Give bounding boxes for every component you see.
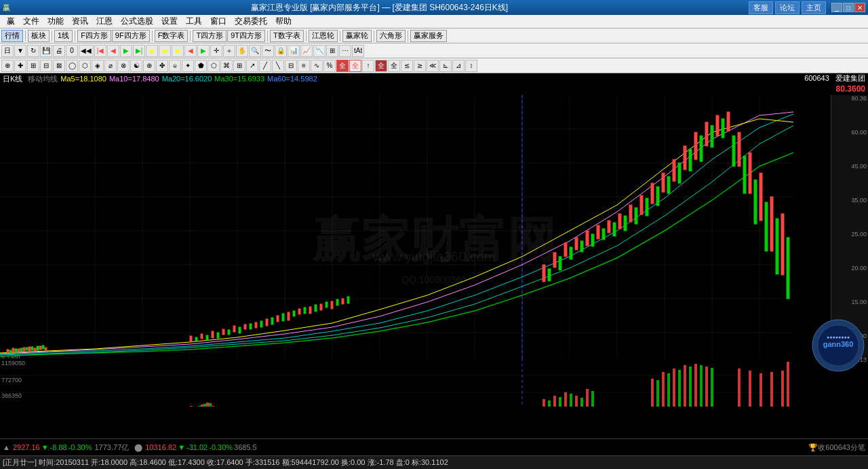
- btn-t3-32[interactable]: ≳: [414, 60, 426, 72]
- btn-cross[interactable]: ✛: [210, 45, 222, 57]
- btn-day[interactable]: 日: [1, 45, 14, 57]
- btn-refresh[interactable]: ↻: [27, 45, 39, 57]
- btn-9f4[interactable]: 9F四方形: [112, 30, 150, 42]
- btn-nav1[interactable]: |◀: [94, 45, 106, 57]
- btn-t3-12[interactable]: ⊕: [143, 60, 155, 72]
- btn-dropdown[interactable]: ▼: [14, 45, 26, 57]
- btn-1x[interactable]: 1线: [54, 30, 73, 42]
- btn-nav5[interactable]: ◆: [146, 45, 158, 57]
- btn-t3-5[interactable]: ⊠: [53, 60, 65, 72]
- btn-t3-26[interactable]: 全: [336, 60, 349, 72]
- btn-t3-29[interactable]: 全: [375, 60, 387, 72]
- bottom-info: [正月廿一] 时间:20150311 开:18.0000 高:18.4600 低…: [3, 457, 448, 468]
- btn-nav7[interactable]: ◆: [172, 45, 184, 57]
- btn-t3-10[interactable]: ⊗: [117, 60, 130, 72]
- minimize-btn[interactable]: _: [831, 3, 842, 12]
- btn-t1[interactable]: tAt: [352, 45, 364, 57]
- menu-file[interactable]: 文件: [19, 15, 43, 29]
- menu-help[interactable]: 帮助: [271, 15, 296, 29]
- close-btn[interactable]: ✕: [854, 3, 865, 12]
- btn-save[interactable]: 💾: [40, 45, 52, 57]
- btn-t3-9[interactable]: ⌀: [104, 60, 117, 72]
- menu-news[interactable]: 资讯: [68, 15, 92, 29]
- btn-more[interactable]: ⋯: [339, 45, 351, 57]
- svg-rect-149: [542, 399, 545, 407]
- btn-chart2[interactable]: 📈: [300, 45, 313, 57]
- btn-t3-1[interactable]: ⊕: [1, 60, 14, 72]
- btn-hand[interactable]: ✋: [236, 45, 248, 57]
- btn-num0[interactable]: 0: [66, 45, 78, 57]
- btn-t3-18[interactable]: ⌘: [220, 60, 233, 72]
- btn-chart1[interactable]: 📊: [288, 45, 300, 57]
- btn-t3-27[interactable]: 全: [349, 60, 361, 72]
- btn-t3-36[interactable]: ↕: [465, 60, 477, 72]
- menu-func[interactable]: 功能: [43, 15, 68, 29]
- btn-jel[interactable]: 江恩轮: [309, 30, 338, 42]
- menu-settings[interactable]: 设置: [157, 15, 182, 29]
- maximize-btn[interactable]: □: [843, 3, 854, 12]
- btn-t3-3[interactable]: ⊞: [27, 60, 39, 72]
- btn-t3-20[interactable]: ↗: [246, 60, 258, 72]
- btn-t3-19[interactable]: ⊞: [233, 60, 245, 72]
- btn-nav2[interactable]: ◀: [107, 45, 119, 57]
- btn-nav3[interactable]: ▶: [120, 45, 132, 57]
- btn-bk[interactable]: 板块: [28, 30, 50, 42]
- btn-t3-33[interactable]: ≪: [427, 60, 439, 72]
- btn-t3-11[interactable]: ☯: [130, 60, 142, 72]
- btn-hq[interactable]: 行情: [1, 30, 23, 42]
- btn-chart3[interactable]: 📉: [313, 45, 326, 57]
- toolbar3: ⊕ ✚ ⊞ ⊟ ⊠ ◯ ⬡ ◈ ⌀ ⊗ ☯ ⊕ ✤ ⍟ ✦ ⬟ ⬠ ⌘ ⊞ ↗ …: [0, 58, 868, 73]
- btn-zoom[interactable]: 🔍: [249, 45, 261, 57]
- btn-t3-17[interactable]: ⬠: [208, 60, 220, 72]
- btn-t3-35[interactable]: ⊿: [452, 60, 465, 72]
- btn-t3-28[interactable]: ↑: [362, 60, 374, 72]
- btn-nav6[interactable]: ◆: [159, 45, 171, 57]
- btn-fast[interactable]: ◀◀: [79, 45, 94, 57]
- btn-t3-21[interactable]: ╱: [259, 60, 271, 72]
- btn-wave[interactable]: 〜: [262, 45, 274, 57]
- service-btn[interactable]: 客服: [749, 1, 773, 14]
- svg-rect-70: [542, 265, 545, 282]
- btn-t3-7[interactable]: ⬡: [79, 60, 91, 72]
- btn-plus[interactable]: ＋: [223, 45, 235, 57]
- btn-grid[interactable]: ⊞: [326, 45, 338, 57]
- btn-t3-30[interactable]: 全: [388, 60, 400, 72]
- home-btn[interactable]: 主页: [802, 1, 826, 14]
- btn-t3-4[interactable]: ⊟: [40, 60, 52, 72]
- menu-jiangen[interactable]: 江恩: [92, 15, 117, 29]
- btn-t3-8[interactable]: ◈: [92, 60, 104, 72]
- menu-tools[interactable]: 工具: [182, 15, 206, 29]
- btn-nav9[interactable]: ▶: [197, 45, 210, 57]
- menubar: 赢 文件 功能 资讯 江恩 公式选股 设置 工具 窗口 交易委托 帮助: [0, 15, 868, 29]
- btn-lock[interactable]: 🔒: [275, 45, 287, 57]
- btn-9t4[interactable]: 9T四方形: [227, 30, 265, 42]
- menu-window[interactable]: 窗口: [206, 15, 231, 29]
- btn-tnum[interactable]: T数字表: [270, 30, 304, 42]
- btn-t3-14[interactable]: ⍟: [169, 60, 181, 72]
- btn-t3-2[interactable]: ✚: [14, 60, 26, 72]
- btn-fnum[interactable]: F数字表: [155, 30, 189, 42]
- btn-t3-13[interactable]: ✤: [156, 60, 168, 72]
- btn-yjl[interactable]: 赢家轮: [342, 30, 372, 42]
- btn-t3-25[interactable]: ∿: [311, 60, 323, 72]
- menu-formula[interactable]: 公式选股: [117, 15, 157, 29]
- btn-hex[interactable]: 六角形: [376, 30, 406, 42]
- btn-nav8[interactable]: ◀: [184, 45, 197, 57]
- menu-win[interactable]: 赢: [3, 15, 19, 29]
- menu-trade[interactable]: 交易委托: [231, 15, 271, 29]
- btn-nav4[interactable]: ▶|: [133, 45, 145, 57]
- btn-f4[interactable]: F四方形: [77, 30, 111, 42]
- btn-t3-22[interactable]: ╲: [272, 60, 284, 72]
- forum-btn[interactable]: 论坛: [775, 1, 800, 14]
- btn-t3-6[interactable]: ◯: [66, 60, 78, 72]
- btn-t3-34[interactable]: ⊾: [439, 60, 452, 72]
- btn-t3-23[interactable]: ⊟: [285, 60, 297, 72]
- btn-t3-pct[interactable]: %: [323, 60, 336, 72]
- btn-t3-16[interactable]: ⬟: [195, 60, 207, 72]
- btn-t4[interactable]: T四方形: [193, 30, 226, 42]
- btn-t3-31[interactable]: ≲: [401, 60, 413, 72]
- btn-yjsvc[interactable]: 赢家服务: [410, 30, 447, 42]
- btn-t3-24[interactable]: ≡: [298, 60, 310, 72]
- btn-print[interactable]: 🖨: [53, 45, 65, 57]
- btn-t3-15[interactable]: ✦: [182, 60, 194, 72]
